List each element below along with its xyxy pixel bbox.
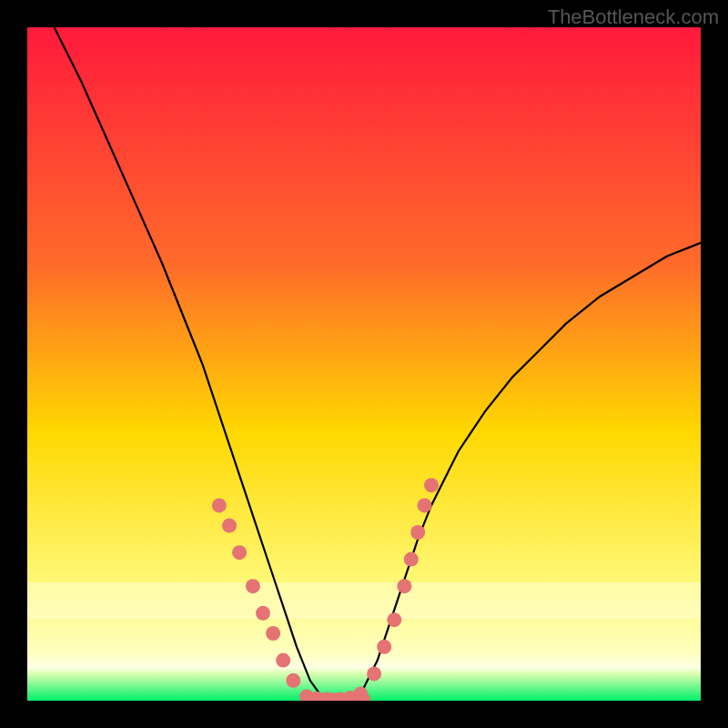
chart-frame: TheBottleneck.com — [0, 0, 728, 728]
data-dot — [410, 525, 425, 540]
data-dot — [276, 653, 290, 668]
data-dot — [404, 552, 419, 567]
data-dot — [387, 612, 401, 627]
data-dot — [286, 673, 300, 688]
data-dot — [367, 666, 381, 681]
plot-area — [27, 27, 701, 701]
data-dot — [377, 640, 391, 654]
data-dot — [418, 498, 432, 512]
data-dot — [222, 519, 237, 533]
bottleneck-chart — [27, 27, 701, 701]
data-dot — [246, 579, 260, 593]
data-dot — [353, 687, 368, 701]
data-dot — [212, 498, 227, 512]
data-dot — [266, 626, 280, 641]
data-dot — [424, 478, 439, 492]
pale-band — [27, 582, 701, 619]
data-dot — [232, 545, 247, 560]
data-dot — [397, 579, 411, 593]
watermark-text: TheBottleneck.com — [548, 5, 719, 29]
data-dot — [256, 606, 270, 621]
